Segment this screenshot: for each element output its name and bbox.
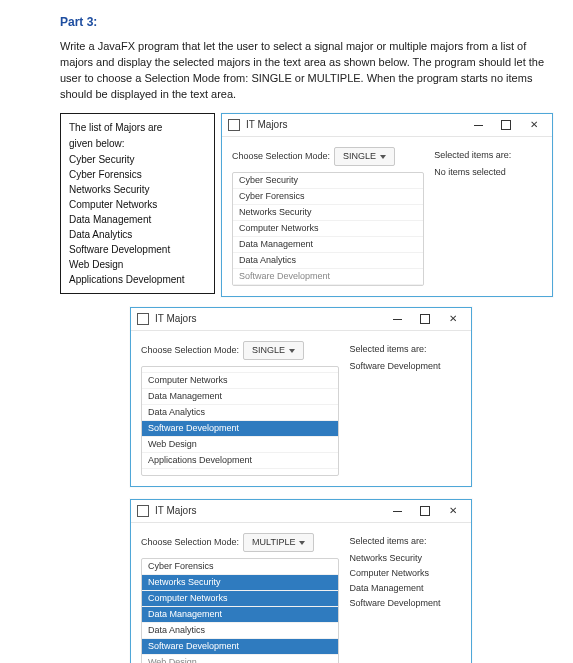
window-title: IT Majors: [246, 118, 464, 133]
titlebar: IT Majors ✕: [222, 114, 552, 137]
minimize-button[interactable]: [464, 115, 492, 135]
list-item[interactable]: Web Design: [142, 655, 338, 663]
window-title: IT Majors: [155, 312, 383, 327]
list-item[interactable]: Software Development: [142, 421, 338, 437]
list-item[interactable]: Data Analytics: [142, 623, 338, 639]
major-item: Cyber Forensics: [69, 167, 206, 182]
selected-header: Selected items are:: [349, 343, 459, 356]
selection-mode-label: Choose Selection Mode:: [232, 150, 330, 163]
selection-mode-value: SINGLE: [252, 344, 285, 357]
selected-text: Computer Networks: [349, 567, 459, 580]
minimize-icon: [393, 511, 402, 512]
list-item[interactable]: Software Development: [233, 269, 423, 285]
maximize-button[interactable]: [492, 115, 520, 135]
list-item[interactable]: Data Management: [233, 237, 423, 253]
close-button[interactable]: ✕: [439, 309, 467, 329]
maximize-button[interactable]: [411, 501, 439, 521]
selection-mode-value: SINGLE: [343, 150, 376, 163]
list-item[interactable]: Data Management: [142, 389, 338, 405]
list-item[interactable]: Data Analytics: [142, 405, 338, 421]
major-item: Cyber Security: [69, 152, 206, 167]
list-item[interactable]: Data Analytics: [233, 253, 423, 269]
list-item[interactable]: Cyber Forensics: [233, 189, 423, 205]
maximize-button[interactable]: [411, 309, 439, 329]
selected-panel: Selected items are: No items selected: [428, 147, 542, 286]
close-icon: ✕: [530, 118, 538, 133]
majors-listview[interactable]: Computer Networks Data Management Data A…: [141, 366, 339, 476]
maximize-icon: [501, 120, 511, 130]
app-icon: [137, 505, 149, 517]
major-item: Computer Networks: [69, 197, 206, 212]
list-item[interactable]: Data Management: [142, 607, 338, 623]
majors-header-2: given below:: [69, 136, 206, 151]
chevron-down-icon: [289, 349, 295, 353]
selection-mode-value: MULTIPLE: [252, 536, 295, 549]
selected-panel: Selected items are: Networks Security Co…: [343, 533, 461, 663]
window-title: IT Majors: [155, 504, 383, 519]
selection-mode-dropdown[interactable]: MULTIPLE: [243, 533, 314, 552]
list-item[interactable]: Software Development: [142, 639, 338, 655]
list-item[interactable]: Computer Networks: [233, 221, 423, 237]
major-item: Web Design: [69, 257, 206, 272]
window-multiple: IT Majors ✕ Choose Selection Mode: MULTI…: [130, 499, 472, 663]
majors-list-box: The list of Majors are given below: Cybe…: [60, 113, 215, 294]
list-item[interactable]: Networks Security: [142, 575, 338, 591]
close-button[interactable]: ✕: [439, 501, 467, 521]
app-icon: [228, 119, 240, 131]
close-button[interactable]: ✕: [520, 115, 548, 135]
list-item[interactable]: Computer Networks: [142, 591, 338, 607]
majors-listview[interactable]: Cyber Security Cyber Forensics Networks …: [232, 172, 424, 286]
minimize-button[interactable]: [383, 501, 411, 521]
majors-listview[interactable]: Cyber Forensics Networks Security Comput…: [141, 558, 339, 663]
list-item[interactable]: Cyber Security: [233, 173, 423, 189]
major-item: Networks Security: [69, 182, 206, 197]
list-item[interactable]: Web Design: [142, 437, 338, 453]
chevron-down-icon: [380, 155, 386, 159]
app-icon: [137, 313, 149, 325]
list-item[interactable]: Computer Networks: [142, 373, 338, 389]
selected-header: Selected items are:: [434, 149, 540, 162]
minimize-icon: [474, 125, 483, 126]
instructions-text: Write a JavaFX program that let the user…: [60, 39, 553, 103]
selection-mode-dropdown[interactable]: SINGLE: [334, 147, 395, 166]
maximize-icon: [420, 314, 430, 324]
selection-mode-label: Choose Selection Mode:: [141, 536, 239, 549]
selected-text: No items selected: [434, 166, 540, 179]
list-item[interactable]: Networks Security: [233, 205, 423, 221]
minimize-icon: [393, 319, 402, 320]
maximize-icon: [420, 506, 430, 516]
major-item: Data Analytics: [69, 227, 206, 242]
titlebar: IT Majors ✕: [131, 500, 471, 523]
selected-panel: Selected items are: Software Development: [343, 341, 461, 476]
window-initial: IT Majors ✕ Choose Selection Mode: SINGL…: [221, 113, 553, 297]
selection-mode-dropdown[interactable]: SINGLE: [243, 341, 304, 360]
major-item: Software Development: [69, 242, 206, 257]
majors-header-1: The list of Majors are: [69, 120, 206, 135]
major-item: Data Management: [69, 212, 206, 227]
major-item: Applications Development: [69, 272, 206, 287]
selected-text: Software Development: [349, 360, 459, 373]
close-icon: ✕: [449, 312, 457, 327]
selected-text: Data Management: [349, 582, 459, 595]
minimize-button[interactable]: [383, 309, 411, 329]
selected-text: Software Development: [349, 597, 459, 610]
selected-text: Networks Security: [349, 552, 459, 565]
close-icon: ✕: [449, 504, 457, 519]
part-title: Part 3:: [60, 14, 553, 31]
window-single: IT Majors ✕ Choose Selection Mode: SINGL…: [130, 307, 472, 487]
list-item[interactable]: Cyber Forensics: [142, 559, 338, 575]
list-item[interactable]: Applications Development: [142, 453, 338, 469]
selected-header: Selected items are:: [349, 535, 459, 548]
selection-mode-label: Choose Selection Mode:: [141, 344, 239, 357]
chevron-down-icon: [299, 541, 305, 545]
titlebar: IT Majors ✕: [131, 308, 471, 331]
